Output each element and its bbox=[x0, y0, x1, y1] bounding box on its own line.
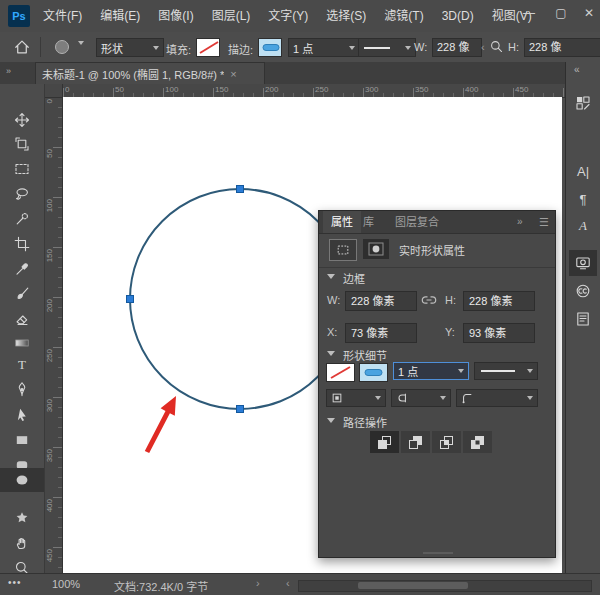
menu-bar: 文件(F)编辑(E)图像(I)图层(L)文字(Y)选择(S)滤镜(T)3D(D)… bbox=[34, 0, 541, 32]
section-collapse-icon[interactable] bbox=[327, 351, 335, 356]
panel-stroke-width-select[interactable]: 1 点 bbox=[393, 362, 469, 380]
panel-collapse-icon[interactable]: » bbox=[515, 211, 525, 233]
eyedropper-tool[interactable] bbox=[0, 257, 44, 281]
v-ruler-label: 150 bbox=[45, 249, 54, 262]
search-icon[interactable] bbox=[489, 39, 504, 54]
menu-select[interactable]: 选择(S) bbox=[317, 0, 375, 32]
glyphs-panel-icon[interactable]: A bbox=[569, 213, 597, 239]
pen-tool[interactable] bbox=[0, 377, 44, 401]
h-field[interactable]: 228 像素 bbox=[463, 291, 535, 311]
status-arrow-icon[interactable]: › bbox=[256, 577, 260, 589]
path-selection-tool[interactable] bbox=[0, 403, 44, 427]
move-tool[interactable] bbox=[0, 108, 44, 132]
stroke-width-select[interactable]: 1 点 bbox=[288, 38, 360, 57]
maximize-button[interactable]: ▢ bbox=[546, 0, 576, 26]
panel-stroke-style-select[interactable] bbox=[474, 362, 538, 380]
stroke-swatch[interactable] bbox=[258, 38, 282, 57]
h-ruler-label: 100 bbox=[165, 85, 178, 94]
close-button[interactable]: ✕ bbox=[578, 0, 600, 26]
stroke-style-select[interactable] bbox=[358, 38, 416, 57]
tab-close-icon[interactable]: × bbox=[230, 68, 236, 80]
width-label: W: bbox=[414, 41, 427, 53]
section-collapse-icon[interactable] bbox=[327, 418, 335, 423]
minimize-button[interactable]: — bbox=[514, 0, 544, 26]
brush-tool[interactable] bbox=[0, 282, 44, 306]
marquee-tool[interactable] bbox=[0, 157, 44, 181]
chevron-down-icon[interactable] bbox=[78, 45, 84, 57]
crop-tool[interactable] bbox=[0, 232, 44, 256]
scroll-left-icon[interactable]: ‹ bbox=[286, 577, 290, 589]
home-icon[interactable] bbox=[13, 38, 31, 56]
stroke-corners-select[interactable] bbox=[456, 389, 538, 407]
h-ruler-label: 150 bbox=[215, 85, 228, 94]
h-label: H: bbox=[445, 294, 456, 306]
menu-layer[interactable]: 图层(L) bbox=[203, 0, 260, 32]
fill-swatch[interactable] bbox=[196, 38, 220, 57]
combine-shapes-button[interactable] bbox=[370, 431, 399, 453]
divider bbox=[40, 37, 41, 57]
photoshop-logo-icon: Ps bbox=[8, 5, 30, 27]
v-ruler-label: 200 bbox=[45, 299, 54, 312]
menu-image[interactable]: 图像(I) bbox=[149, 0, 202, 32]
panel-menu-icon[interactable]: ☰ bbox=[537, 211, 551, 233]
y-field[interactable]: 93 像素 bbox=[463, 323, 535, 343]
path-operations-title: 路径操作 bbox=[343, 414, 387, 430]
adjustments-panel-icon[interactable] bbox=[569, 90, 597, 116]
v-ruler-label: 50 bbox=[45, 149, 54, 158]
menu-file[interactable]: 文件(F) bbox=[34, 0, 91, 32]
transform-properties-icon[interactable] bbox=[329, 239, 357, 261]
toolbar-more-button[interactable]: ••• bbox=[8, 577, 22, 588]
tab-properties[interactable]: 属性 bbox=[323, 211, 361, 233]
dock-collapse-icon[interactable]: « bbox=[574, 64, 579, 75]
red-arrow-annotation bbox=[145, 396, 176, 453]
menu-3d[interactable]: 3D(D) bbox=[433, 0, 483, 32]
ellipse-tool-preset-icon[interactable] bbox=[52, 38, 72, 56]
artboard-tool[interactable] bbox=[0, 132, 44, 156]
vertical-ruler: 050100150200250300350400450 bbox=[44, 97, 63, 573]
hand-tool[interactable] bbox=[0, 531, 44, 555]
notes-panel-icon[interactable] bbox=[569, 306, 597, 332]
tool-mode-select[interactable]: 形状 bbox=[96, 38, 164, 57]
menu-filter[interactable]: 滤镜(T) bbox=[375, 0, 432, 32]
tab-overflow-icon[interactable]: » bbox=[6, 66, 11, 76]
menu-type[interactable]: 文字(Y) bbox=[259, 0, 317, 32]
panel-resize-grip[interactable] bbox=[423, 552, 453, 554]
y-label: Y: bbox=[445, 326, 455, 338]
shape-fill-swatch[interactable] bbox=[326, 363, 355, 382]
stroke-caps-select[interactable] bbox=[391, 389, 451, 407]
height-label: H: bbox=[508, 41, 519, 53]
horizontal-scrollbar[interactable] bbox=[298, 580, 592, 592]
link-dimensions-icon[interactable] bbox=[421, 294, 437, 306]
eraser-tool[interactable] bbox=[0, 307, 44, 331]
w-field[interactable]: 228 像素 bbox=[345, 291, 417, 311]
document-tab[interactable]: 未标题-1 @ 100% (椭圆 1, RGB/8#) * × bbox=[35, 62, 265, 84]
overflow-chevron-icon: ‹ bbox=[481, 41, 485, 53]
custom-shape-tool[interactable] bbox=[0, 506, 44, 530]
creative-cloud-icon[interactable] bbox=[569, 278, 597, 304]
rectangle-tool[interactable] bbox=[0, 428, 44, 452]
exclude-overlapping-shapes-button[interactable] bbox=[463, 431, 492, 453]
masks-properties-icon[interactable] bbox=[363, 239, 389, 259]
character-panel-icon[interactable]: A| bbox=[569, 158, 597, 184]
subtract-front-shape-button[interactable] bbox=[401, 431, 430, 453]
ellipse-tool[interactable] bbox=[0, 468, 44, 492]
type-tool[interactable]: T bbox=[0, 352, 44, 376]
tab-layer-comps[interactable]: 图层复合 bbox=[393, 211, 441, 233]
menu-edit[interactable]: 编辑(E) bbox=[91, 0, 149, 32]
x-label: X: bbox=[327, 326, 337, 338]
x-field[interactable]: 73 像素 bbox=[345, 323, 417, 343]
properties-panel-icon[interactable] bbox=[569, 250, 597, 276]
scrollbar-thumb[interactable] bbox=[358, 582, 468, 589]
zoom-level[interactable]: 100% bbox=[52, 578, 80, 590]
height-field[interactable]: 228 像 bbox=[524, 38, 600, 57]
lasso-tool[interactable] bbox=[0, 182, 44, 206]
photoshop-window: Ps 文件(F)编辑(E)图像(I)图层(L)文字(Y)选择(S)滤镜(T)3D… bbox=[0, 0, 600, 595]
stroke-align-select[interactable] bbox=[326, 389, 386, 407]
shape-stroke-swatch[interactable] bbox=[359, 363, 388, 382]
quick-selection-tool[interactable] bbox=[0, 207, 44, 231]
tab-libraries[interactable]: 库 bbox=[361, 211, 376, 233]
width-field[interactable]: 228 像 bbox=[432, 38, 482, 57]
section-collapse-icon[interactable] bbox=[327, 274, 335, 279]
intersect-shapes-button[interactable] bbox=[432, 431, 461, 453]
paragraph-panel-icon[interactable]: ¶ bbox=[569, 186, 597, 212]
